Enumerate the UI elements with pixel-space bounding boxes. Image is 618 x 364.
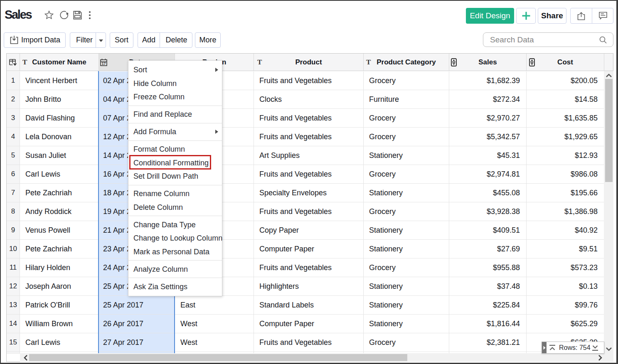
svg-text:17: 17 (102, 61, 106, 66)
